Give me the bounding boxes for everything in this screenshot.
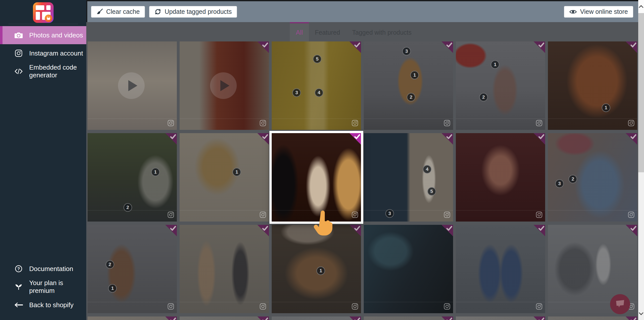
logo-basket-badge [45, 15, 52, 22]
refresh-icon [154, 8, 161, 15]
sidebar-item-label: Instagram account [29, 49, 83, 57]
tile-caption-divider [180, 210, 269, 210]
video-play-icon [118, 72, 145, 99]
instagram-source-icon [168, 120, 174, 127]
instagram-source-icon [536, 120, 542, 127]
selected-check-badge [441, 133, 453, 145]
product-tag-count-badge: 4 [315, 88, 323, 97]
photo-tile-r3-c2[interactable] [180, 225, 269, 313]
tile-caption-divider [456, 210, 545, 210]
tab-label: Tagged with products [352, 29, 412, 36]
tab-label: Featured [315, 29, 340, 36]
selected-check-badge [257, 225, 269, 236]
scroll-down-button[interactable] [638, 307, 644, 320]
brush-icon [96, 9, 103, 15]
photo-tile-r1-c2[interactable] [180, 41, 269, 130]
logo-grid-shape [36, 5, 44, 10]
photo-tile-r1-c6[interactable]: 1 [548, 41, 637, 130]
product-tag-count-badge: 2 [124, 203, 132, 212]
tile-caption-divider [364, 302, 453, 302]
sidebar-item-label: Your plan is premium [29, 279, 86, 295]
photo-grid: 53431212112145332211 [86, 41, 638, 320]
sidebar-footer: ? Documentation Your plan is premium Bac… [0, 260, 86, 314]
instagram-source-icon [628, 211, 634, 219]
logo-grid-shape [36, 12, 40, 20]
selected-check-badge [165, 225, 177, 236]
sidebar-item-photos-and-videos[interactable]: Photos and videos [0, 26, 86, 44]
product-tag-count-badge: 5 [427, 187, 436, 196]
sidebar-item-back-to-shopify[interactable]: Back to shopify [0, 296, 86, 314]
tile-caption-divider [272, 119, 361, 119]
tab-all[interactable]: All [290, 22, 309, 41]
sidebar-item-documentation[interactable]: ? Documentation [0, 260, 86, 278]
photo-tile-r4-c1[interactable] [88, 316, 177, 320]
code-icon [14, 68, 23, 74]
button-label: Update tagged products [165, 8, 232, 15]
svg-text:?: ? [17, 266, 20, 271]
tile-caption-divider [364, 210, 453, 210]
button-label: View online store [580, 8, 628, 15]
photo-tile-r3-c5[interactable] [456, 225, 545, 313]
photo-tile-r2-c1[interactable]: 12 [88, 133, 177, 222]
tile-caption-divider [88, 210, 177, 210]
tab-label: All [296, 29, 303, 36]
question-circle-icon: ? [14, 265, 23, 273]
photo-tile-r3-c4[interactable] [364, 225, 453, 313]
instagram-source-icon [168, 303, 174, 311]
photo-tile-r4-c2[interactable] [180, 316, 269, 320]
selected-check-badge [349, 316, 361, 320]
selected-check-badge [534, 41, 545, 53]
sidebar-divider [9, 24, 78, 24]
photo-tile-r4-c6[interactable] [548, 316, 637, 320]
instagram-source-icon [628, 120, 634, 127]
photo-tile-r2-c4[interactable]: 453 [364, 133, 453, 222]
sidebar-item-label: Embedded code generator [29, 64, 86, 79]
selected-check-badge [349, 225, 361, 236]
tab-tagged-with-products[interactable]: Tagged with products [346, 22, 418, 41]
photo-tile-r2-c6[interactable]: 32 [548, 133, 637, 222]
vertical-scrollbar[interactable] [638, 0, 644, 320]
sidebar-item-instagram-account[interactable]: Instagram account [0, 44, 86, 62]
tab-bar: All Featured Tagged with products [86, 22, 638, 41]
photo-tile-r1-c5[interactable]: 12 [456, 41, 545, 130]
photo-tile-r3-c1[interactable]: 21 [88, 225, 177, 313]
photo-tile-r1-c3[interactable]: 534 [272, 41, 361, 130]
plant-icon [14, 283, 23, 291]
view-online-store-button[interactable]: View online store [564, 6, 633, 18]
scrollbar-thumb[interactable] [638, 13, 644, 172]
clear-cache-button[interactable]: Clear cache [91, 6, 145, 18]
product-tag-count-badge: 2 [407, 93, 415, 101]
button-label: Clear cache [106, 8, 140, 15]
photo-tile-r2-c5[interactable] [456, 133, 545, 222]
product-tag-count-badge: 1 [410, 71, 419, 79]
photo-tile-r1-c1[interactable] [88, 41, 177, 130]
photo-tile-r4-c3[interactable] [272, 316, 361, 320]
product-tag-count-badge: 2 [106, 260, 114, 269]
tab-featured[interactable]: Featured [309, 22, 346, 41]
scroll-up-button[interactable] [638, 0, 644, 13]
tile-caption-divider [548, 210, 637, 210]
chat-bubble-icon [615, 299, 626, 310]
instagram-source-icon [260, 120, 266, 127]
selected-check-badge [626, 133, 637, 145]
sidebar-item-plan[interactable]: Your plan is premium [0, 278, 86, 296]
instagram-icon [14, 49, 23, 57]
selected-check-badge [441, 316, 453, 320]
instagram-feed-app-window: Photos and videos Instagram account Embe… [0, 0, 644, 320]
selected-check-badge [441, 41, 453, 53]
update-tagged-products-button[interactable]: Update tagged products [149, 6, 237, 18]
photo-tile-r1-c4[interactable]: 312 [364, 41, 453, 130]
photo-tile-r2-c2[interactable]: 1 [180, 133, 269, 222]
sidebar-item-embedded-code-generator[interactable]: Embedded code generator [0, 62, 86, 80]
photo-tile-r2-c3-selected[interactable] [272, 133, 361, 222]
sidebar-item-label: Documentation [29, 265, 73, 273]
selected-check-badge [165, 316, 177, 320]
photo-tile-r4-c5[interactable] [456, 316, 545, 320]
selected-check-badge [349, 41, 361, 53]
tile-caption-divider [180, 302, 269, 302]
photo-tile-r3-c3[interactable]: 1 [272, 225, 361, 313]
chat-launcher-button[interactable] [610, 294, 630, 314]
product-tag-count-badge: 1 [316, 266, 325, 275]
product-tag-count-badge: 1 [491, 60, 499, 69]
photo-tile-r4-c4[interactable] [364, 316, 453, 320]
